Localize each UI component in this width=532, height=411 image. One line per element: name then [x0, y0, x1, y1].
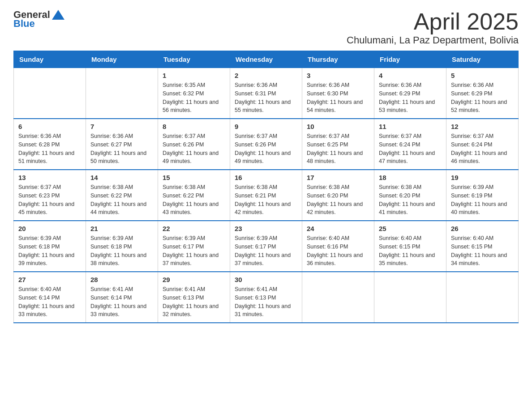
sunrise-text: Sunrise: 6:38 AM [307, 183, 369, 192]
sunset-text: Sunset: 6:32 PM [163, 90, 225, 98]
daylight-text: Daylight: 11 hours and 41 minutes. [379, 200, 442, 217]
day-number: 18 [379, 174, 442, 181]
calendar-cell [302, 272, 374, 323]
calendar-cell: 10Sunrise: 6:37 AMSunset: 6:25 PMDayligh… [302, 119, 374, 170]
sunrise-text: Sunrise: 6:37 AM [18, 183, 81, 192]
day-detail: Sunrise: 6:37 AMSunset: 6:25 PMDaylight:… [307, 132, 369, 166]
calendar-table: SundayMondayTuesdayWednesdayThursdayFrid… [13, 51, 519, 323]
sunset-text: Sunset: 6:18 PM [90, 243, 153, 251]
calendar-cell [374, 272, 446, 323]
daylight-text: Daylight: 11 hours and 33 minutes. [18, 302, 81, 319]
daylight-text: Daylight: 11 hours and 37 minutes. [235, 251, 297, 268]
calendar-cell: 6Sunrise: 6:36 AMSunset: 6:28 PMDaylight… [14, 119, 86, 170]
calendar-week-2: 6Sunrise: 6:36 AMSunset: 6:28 PMDaylight… [14, 119, 519, 170]
day-number: 23 [235, 225, 297, 232]
day-number: 19 [451, 174, 514, 181]
daylight-text: Daylight: 11 hours and 34 minutes. [451, 251, 514, 268]
day-number: 25 [379, 225, 442, 232]
day-number: 11 [379, 123, 442, 130]
daylight-text: Daylight: 11 hours and 43 minutes. [163, 200, 225, 217]
sunrise-text: Sunrise: 6:35 AM [163, 81, 225, 90]
day-number: 22 [163, 225, 225, 232]
sunset-text: Sunset: 6:20 PM [307, 192, 369, 200]
logo: General Blue [13, 9, 64, 30]
sunset-text: Sunset: 6:21 PM [235, 192, 297, 200]
sunrise-text: Sunrise: 6:41 AM [163, 285, 225, 294]
sunrise-text: Sunrise: 6:39 AM [18, 234, 81, 243]
sunrise-text: Sunrise: 6:37 AM [163, 132, 225, 141]
sunrise-text: Sunrise: 6:38 AM [163, 183, 225, 192]
day-detail: Sunrise: 6:37 AMSunset: 6:23 PMDaylight:… [18, 183, 81, 217]
sunset-text: Sunset: 6:19 PM [451, 192, 514, 200]
day-detail: Sunrise: 6:37 AMSunset: 6:24 PMDaylight:… [451, 132, 514, 166]
sunset-text: Sunset: 6:24 PM [379, 141, 442, 149]
daylight-text: Daylight: 11 hours and 36 minutes. [307, 251, 369, 268]
calendar-cell: 5Sunrise: 6:36 AMSunset: 6:29 PMDaylight… [446, 68, 519, 119]
day-number: 17 [307, 174, 369, 181]
calendar-cell: 16Sunrise: 6:38 AMSunset: 6:21 PMDayligh… [230, 170, 302, 221]
day-number: 26 [451, 225, 514, 232]
sunset-text: Sunset: 6:28 PM [18, 141, 81, 149]
daylight-text: Daylight: 11 hours and 52 minutes. [451, 98, 514, 115]
calendar-cell: 27Sunrise: 6:40 AMSunset: 6:14 PMDayligh… [14, 272, 86, 323]
sunrise-text: Sunrise: 6:36 AM [451, 81, 514, 90]
sunset-text: Sunset: 6:22 PM [90, 192, 153, 200]
sunset-text: Sunset: 6:20 PM [379, 192, 442, 200]
sunrise-text: Sunrise: 6:37 AM [235, 132, 297, 141]
calendar-cell [446, 272, 519, 323]
day-detail: Sunrise: 6:36 AMSunset: 6:27 PMDaylight:… [90, 132, 153, 166]
day-number: 29 [163, 276, 225, 283]
calendar-cell: 12Sunrise: 6:37 AMSunset: 6:24 PMDayligh… [446, 119, 519, 170]
sunset-text: Sunset: 6:13 PM [235, 294, 297, 302]
calendar-cell: 9Sunrise: 6:37 AMSunset: 6:26 PMDaylight… [230, 119, 302, 170]
sunset-text: Sunset: 6:24 PM [451, 141, 514, 149]
title-block: April 2025 Chulumani, La Paz Department,… [347, 9, 519, 46]
day-number: 30 [235, 276, 297, 283]
sunset-text: Sunset: 6:14 PM [18, 294, 81, 302]
days-of-week-row: SundayMondayTuesdayWednesdayThursdayFrid… [14, 51, 519, 68]
sunset-text: Sunset: 6:14 PM [90, 294, 153, 302]
day-number: 15 [163, 174, 225, 181]
sunrise-text: Sunrise: 6:38 AM [379, 183, 442, 192]
daylight-text: Daylight: 11 hours and 31 minutes. [235, 302, 297, 319]
sunrise-text: Sunrise: 6:37 AM [451, 132, 514, 141]
day-detail: Sunrise: 6:35 AMSunset: 6:32 PMDaylight:… [163, 81, 225, 115]
daylight-text: Daylight: 11 hours and 33 minutes. [90, 302, 153, 319]
calendar-cell: 14Sunrise: 6:38 AMSunset: 6:22 PMDayligh… [86, 170, 158, 221]
daylight-text: Daylight: 11 hours and 55 minutes. [235, 98, 297, 115]
daylight-text: Daylight: 11 hours and 42 minutes. [307, 200, 369, 217]
day-detail: Sunrise: 6:36 AMSunset: 6:28 PMDaylight:… [18, 132, 81, 166]
sunrise-text: Sunrise: 6:36 AM [90, 132, 153, 141]
day-detail: Sunrise: 6:38 AMSunset: 6:20 PMDaylight:… [307, 183, 369, 217]
day-number: 21 [90, 225, 153, 232]
calendar-cell: 19Sunrise: 6:39 AMSunset: 6:19 PMDayligh… [446, 170, 519, 221]
calendar-cell: 11Sunrise: 6:37 AMSunset: 6:24 PMDayligh… [374, 119, 446, 170]
daylight-text: Daylight: 11 hours and 50 minutes. [90, 149, 153, 166]
sunrise-text: Sunrise: 6:40 AM [379, 234, 442, 243]
daylight-text: Daylight: 11 hours and 54 minutes. [307, 98, 369, 115]
day-number: 12 [451, 123, 514, 130]
day-number: 6 [18, 123, 81, 130]
day-number: 1 [163, 72, 225, 79]
sunrise-text: Sunrise: 6:38 AM [235, 183, 297, 192]
calendar-cell: 29Sunrise: 6:41 AMSunset: 6:13 PMDayligh… [158, 272, 230, 323]
header: General Blue April 2025 Chulumani, La Pa… [13, 9, 519, 46]
daylight-text: Daylight: 11 hours and 39 minutes. [18, 251, 81, 268]
day-number: 3 [307, 72, 369, 79]
sunrise-text: Sunrise: 6:36 AM [307, 81, 369, 90]
calendar-cell: 2Sunrise: 6:36 AMSunset: 6:31 PMDaylight… [230, 68, 302, 119]
sunrise-text: Sunrise: 6:36 AM [235, 81, 297, 90]
calendar-week-3: 13Sunrise: 6:37 AMSunset: 6:23 PMDayligh… [14, 170, 519, 221]
sunrise-text: Sunrise: 6:41 AM [235, 285, 297, 294]
sunrise-text: Sunrise: 6:39 AM [90, 234, 153, 243]
daylight-text: Daylight: 11 hours and 32 minutes. [163, 302, 225, 319]
daylight-text: Daylight: 11 hours and 44 minutes. [90, 200, 153, 217]
sunset-text: Sunset: 6:17 PM [163, 243, 225, 251]
day-detail: Sunrise: 6:39 AMSunset: 6:18 PMDaylight:… [18, 234, 81, 268]
sunrise-text: Sunrise: 6:37 AM [379, 132, 442, 141]
sunset-text: Sunset: 6:30 PM [307, 90, 369, 98]
sunset-text: Sunset: 6:15 PM [379, 243, 442, 251]
day-number: 7 [90, 123, 153, 130]
calendar-cell: 8Sunrise: 6:37 AMSunset: 6:26 PMDaylight… [158, 119, 230, 170]
logo-blue-text: Blue [13, 18, 35, 30]
